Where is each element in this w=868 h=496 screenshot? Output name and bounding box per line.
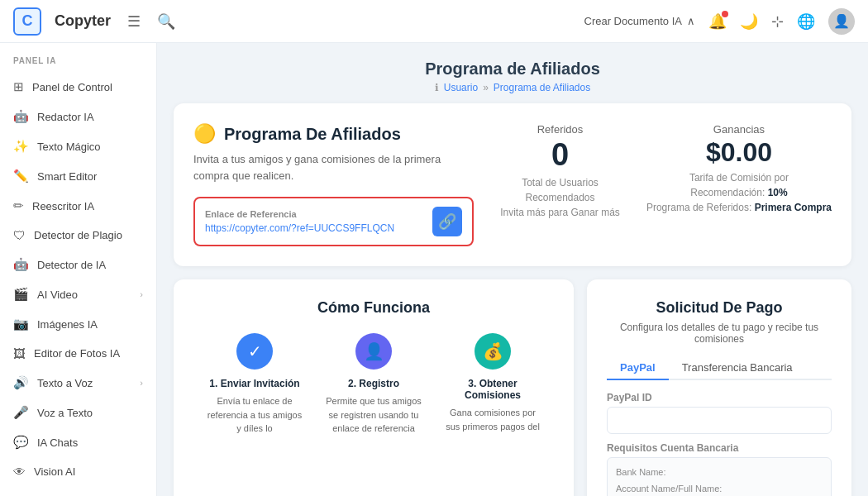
sidebar-item-editor-fotos[interactable]: 🖼 Editor de Fotos IA xyxy=(0,339,156,368)
layout-button[interactable]: ⊹ xyxy=(771,12,784,31)
page-header: Programa de Afiliados ℹ Usuario » Progra… xyxy=(174,43,851,103)
sidebar-section-label: PANEL IA xyxy=(0,53,156,72)
editor-fotos-icon: 🖼 xyxy=(13,346,26,360)
sidebar: PANEL IA ⊞ Panel de Control 🤖 Redactor I… xyxy=(0,43,157,496)
how-steps: ✓ 1. Enviar Invitación Envía tu enlace d… xyxy=(193,333,554,436)
sidebar-label-voz-texto: Voz a Texto xyxy=(37,407,143,419)
sidebar-label-redactor-ia: Redactor IA xyxy=(37,111,143,123)
sidebar-label-detector-ia: Detector de IA xyxy=(37,259,143,271)
bank-section-label: Requisitos Cuenta Bancaria xyxy=(607,442,832,454)
ganancias-value: $0.00 xyxy=(646,139,832,165)
ganancias-sub: Tarifa de Comisión por Recomendación: 10… xyxy=(646,170,832,215)
referral-link-inner: Enlace de Referencia https://copyter.com… xyxy=(205,209,426,234)
copy-link-button[interactable]: 🔗 xyxy=(432,207,462,236)
sidebar-label-editor-fotos: Editor de Fotos IA xyxy=(34,347,143,360)
step-2-title: 2. Registro xyxy=(324,378,423,389)
detector-plagio-icon: 🛡 xyxy=(13,228,26,242)
ref-link-url[interactable]: https://copyter.com/?ref=UUCCS9FFLQCN xyxy=(205,222,426,234)
nav-right-area: Crear Documento IA ∧ 🔔 🌙 ⊹ 🌐 👤 xyxy=(584,8,856,35)
sidebar-item-detector-ia[interactable]: 🤖 Detector de IA xyxy=(0,250,156,279)
sidebar-label-ia-chats: IA Chats xyxy=(37,436,143,449)
crear-documento-button[interactable]: Crear Documento IA ∧ xyxy=(584,15,696,27)
sidebar-label-ai-video: AI Video xyxy=(37,289,131,301)
main-content: Programa de Afiliados ℹ Usuario » Progra… xyxy=(157,43,868,496)
sidebar-item-vision-ai[interactable]: 👁 Vision AI xyxy=(0,457,156,486)
breadcrumb-current: Programa de Afiliados xyxy=(494,82,590,93)
main-layout: PANEL IA ⊞ Panel de Control 🤖 Redactor I… xyxy=(0,43,868,496)
referidos-stat: Referidos 0 Total de Usuarios Recomendad… xyxy=(500,123,620,220)
vision-ai-icon: 👁 xyxy=(13,465,26,479)
smart-editor-icon: ✏️ xyxy=(13,169,29,184)
sidebar-item-texto-magico[interactable]: ✨ Texto Mágico xyxy=(0,131,156,161)
sidebar-item-panel-control[interactable]: ⊞ Panel de Control xyxy=(0,72,156,102)
ganancias-stat: Ganancias $0.00 Tarifa de Comisión por R… xyxy=(646,123,832,220)
sidebar-item-voz-texto[interactable]: 🎤 Voz a Texto xyxy=(0,398,156,427)
page-title: Programa de Afiliados xyxy=(174,60,851,79)
affiliate-left-section: 🟡 Programa De Afiliados Invita a tus ami… xyxy=(193,123,474,246)
sidebar-item-reescritor-ia[interactable]: ✏ Reescritor IA xyxy=(0,191,156,221)
bank-info-box: Bank Name: Account Name/Full Name: Accou… xyxy=(607,457,832,496)
how-step-3: 💰 3. Obtener Comisiones Gana comisiones … xyxy=(443,333,542,436)
sidebar-item-smart-editor[interactable]: ✏️ Smart Editor xyxy=(0,161,156,191)
texto-magico-icon: ✨ xyxy=(13,139,29,154)
step-1-desc: Envía tu enlace de referencia a tus amig… xyxy=(205,394,304,436)
how-step-1: ✓ 1. Enviar Invitación Envía tu enlace d… xyxy=(205,333,304,436)
copy-link-icon: 🔗 xyxy=(438,212,456,231)
voz-texto-icon: 🎤 xyxy=(13,405,29,420)
dark-mode-button[interactable]: 🌙 xyxy=(740,12,758,31)
paypal-id-input[interactable] xyxy=(607,407,832,434)
bottom-row: Cómo Funciona ✓ 1. Enviar Invitación Env… xyxy=(174,279,851,496)
payment-title: Solicitud De Pago xyxy=(607,299,832,317)
language-button[interactable]: 🌐 xyxy=(797,12,815,31)
paypal-id-label: PayPal ID xyxy=(607,392,832,403)
logo-name: Copyter xyxy=(55,12,111,30)
sidebar-label-vision-ai: Vision AI xyxy=(34,465,143,478)
notification-dot xyxy=(722,11,728,17)
step-3-icon: 💰 xyxy=(475,333,511,370)
affiliate-stats: Referidos 0 Total de Usuarios Recomendad… xyxy=(500,123,832,220)
top-navigation: C Copyter ☰ 🔍 Crear Documento IA ∧ 🔔 🌙 ⊹… xyxy=(0,0,868,43)
step-3-desc: Gana comisiones por sus primeros pagos d… xyxy=(443,406,542,433)
tab-paypal[interactable]: PayPal xyxy=(607,356,669,380)
sidebar-item-detector-plagio[interactable]: 🛡 Detector de Plagio xyxy=(0,221,156,250)
how-it-works-card: Cómo Funciona ✓ 1. Enviar Invitación Env… xyxy=(174,279,574,496)
menu-icon[interactable]: ☰ xyxy=(127,12,141,31)
ganancias-label: Ganancias xyxy=(646,123,832,136)
sidebar-item-ai-video[interactable]: 🎬 AI Video › xyxy=(0,279,156,309)
sidebar-label-texto-magico: Texto Mágico xyxy=(37,141,143,153)
step-1-icon: ✓ xyxy=(236,333,273,370)
breadcrumb-home-link[interactable]: Usuario xyxy=(444,82,478,93)
payment-subtitle: Configura los detalles de tu pago y reci… xyxy=(607,322,832,345)
search-icon[interactable]: 🔍 xyxy=(157,12,175,31)
tab-transferencia[interactable]: Transferencia Bancaria xyxy=(669,356,806,379)
referidos-label: Referidos xyxy=(500,123,620,136)
referral-link-box: Enlace de Referencia https://copyter.com… xyxy=(193,197,474,246)
ref-link-label: Enlace de Referencia xyxy=(205,209,426,219)
redactor-ia-icon: 🤖 xyxy=(13,109,29,124)
user-avatar[interactable]: 👤 xyxy=(828,8,855,35)
step-2-desc: Permite que tus amigos se registren usan… xyxy=(324,394,423,436)
sidebar-item-texto-voz[interactable]: 🔊 Texto a Voz › xyxy=(0,368,156,398)
reescritor-ia-icon: ✏ xyxy=(13,198,24,213)
how-title: Cómo Funciona xyxy=(193,299,554,317)
sidebar-item-redactor-ia[interactable]: 🤖 Redactor IA xyxy=(0,102,156,131)
notifications-button[interactable]: 🔔 xyxy=(708,12,727,31)
sidebar-item-imagenes-ia[interactable]: 📷 Imágenes IA xyxy=(0,309,156,339)
logo-icon[interactable]: C xyxy=(13,7,41,36)
affiliate-title: Programa De Afiliados xyxy=(224,125,401,144)
ai-video-icon: 🎬 xyxy=(13,287,29,302)
how-step-2: 👤 2. Registro Permite que tus amigos se … xyxy=(324,333,423,436)
panel-control-icon: ⊞ xyxy=(13,79,24,94)
sidebar-label-imagenes-ia: Imágenes IA xyxy=(37,318,143,331)
detector-ia-icon: 🤖 xyxy=(13,257,29,272)
referidos-value: 0 xyxy=(500,139,620,170)
sidebar-label-detector-plagio: Detector de Plagio xyxy=(34,229,143,241)
sidebar-label-reescritor-ia: Reescritor IA xyxy=(32,200,143,212)
sidebar-label-panel-control: Panel de Control xyxy=(32,81,143,93)
texto-voz-arrow: › xyxy=(140,378,143,388)
sidebar-item-ia-chats[interactable]: 💬 IA Chats xyxy=(0,427,156,457)
referidos-sub: Total de Usuarios Recomendados Invita má… xyxy=(500,175,620,220)
affiliate-subtitle: Invita a tus amigos y gana comisiones de… xyxy=(193,151,474,184)
breadcrumb: ℹ Usuario » Programa de Afiliados xyxy=(174,82,851,93)
ai-video-arrow: › xyxy=(140,289,143,299)
